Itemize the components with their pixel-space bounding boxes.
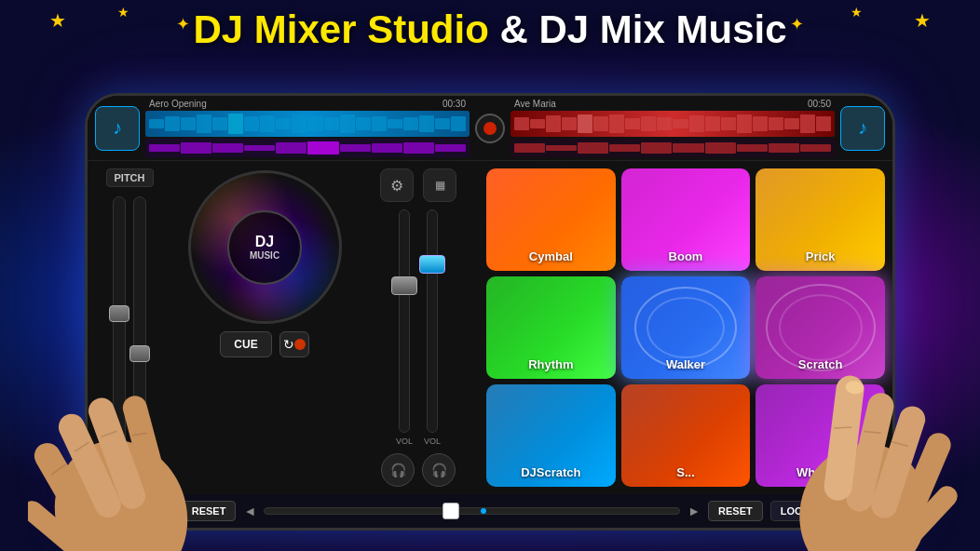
pad-boom-label: Boom [669, 249, 703, 263]
settings-button[interactable]: ⚙ [380, 168, 414, 202]
phone-device: ♪ Aero Opening 00:30 [85, 93, 895, 531]
waveform-visual-right[interactable] [510, 111, 835, 137]
music-icon-left: ♪ [113, 117, 122, 139]
fx-button[interactable]: FX [139, 500, 173, 522]
vol-label-right: VOL [424, 437, 441, 446]
pitch-slider-right[interactable] [133, 196, 146, 467]
music-icon-right: ♪ [858, 117, 867, 139]
headphone-left-button[interactable]: 🎧 [381, 453, 415, 487]
reset-button-right[interactable]: RESET [708, 501, 763, 521]
headphone-right-button[interactable]: 🎧 [422, 453, 456, 487]
turntable-center: DJ MUSIC [227, 210, 302, 285]
page-title: DJ Mixer Studio & DJ Mix Music [0, 7, 980, 52]
pad-djscratch[interactable]: DJScratch [486, 384, 616, 487]
turntable[interactable]: DJ MUSIC [188, 170, 342, 324]
headphone-left-icon: 🎧 [390, 463, 406, 477]
fader-left-thumb [391, 276, 417, 295]
pad-boom[interactable]: Boom [621, 168, 751, 271]
pad-whoosh[interactable]: Whoosh [755, 384, 885, 487]
add-track-right-button[interactable]: ♪ [840, 106, 885, 151]
add-track-left-button[interactable]: ♪ [95, 106, 140, 151]
loop-button[interactable]: ↻ [279, 331, 309, 357]
waveform-right-section: Ave Maria 00:50 [510, 99, 835, 157]
grid-icon: ▦ [435, 179, 445, 192]
track-info-left: Aero Opening 00:30 [145, 99, 470, 109]
cue-button[interactable]: CUE [220, 331, 271, 357]
turntable-music-text: MUSIC [250, 250, 279, 261]
crossfader-indicator [481, 508, 486, 514]
record-dot [483, 122, 497, 135]
waveform-bars-left [145, 111, 470, 137]
waveform-bars-left-2 [145, 139, 470, 157]
tempo-label: EMPO [116, 477, 143, 487]
pad-cymbal-label: Cymbal [529, 249, 573, 263]
pitch-slider-thumb-right [129, 345, 150, 362]
pad-rhythm[interactable]: Rhythm [486, 276, 616, 379]
pitch-slider-thumb-left [109, 305, 129, 322]
track-name-left: Aero Opening [149, 99, 207, 109]
ripple-scratch-1 [766, 284, 876, 371]
fader-right[interactable] [427, 209, 438, 433]
cues-button[interactable]: CUES [827, 500, 885, 523]
pad-prick[interactable]: Prick [755, 168, 885, 271]
fader-right-thumb [419, 255, 445, 274]
pitch-slider-left[interactable] [113, 196, 126, 467]
right-pads: Cymbal Boom Prick Rhythm Walker [479, 161, 892, 494]
pad-djscratch-label: DJScratch [521, 465, 580, 479]
track-name-right: Ave Maria [514, 99, 556, 109]
track-info-right: Ave Maria 00:50 [510, 99, 835, 109]
waveform-visual-right-2 [510, 139, 835, 157]
pad-scratch-label: Scratch [798, 357, 843, 371]
fader-left[interactable] [399, 209, 410, 433]
record-button[interactable] [475, 114, 505, 143]
turntable-dj-text: DJ [255, 234, 274, 250]
pad-walker-label: Walker [666, 357, 705, 371]
pad-s-label: S... [676, 465, 695, 479]
waveform-visual-left[interactable] [145, 111, 470, 137]
crossfader-arrow-left: ◄ [243, 504, 256, 518]
crossfader-thumb [442, 503, 459, 519]
waveform-bars-right-2 [510, 139, 835, 157]
title-part1: DJ Mixer Studio [193, 7, 488, 51]
waveform-left-section: Aero Opening 00:30 [145, 99, 470, 157]
title-part2: & DJ Mix Music [499, 7, 786, 51]
reset-button-left[interactable]: RESET [182, 501, 237, 521]
ripple-1 [634, 287, 738, 369]
dj-interface: ♪ Aero Opening 00:30 [88, 96, 892, 528]
vol-label-left: VOL [396, 437, 413, 446]
time-left: 00:30 [442, 99, 466, 109]
settings-icon: ⚙ [390, 177, 403, 195]
turntable-section: DJ MUSIC CUE ↻ [171, 161, 358, 494]
pitch-sliders [113, 193, 146, 471]
fader-left-col: VOL [396, 209, 413, 446]
grid-button[interactable]: ▦ [423, 168, 456, 202]
waveform-bar: ♪ Aero Opening 00:30 [88, 96, 892, 161]
waveform-visual-left-2 [145, 139, 470, 157]
pads-grid: Cymbal Boom Prick Rhythm Walker [486, 168, 885, 487]
pad-s[interactable]: S... [621, 384, 751, 487]
pad-prick-label: Prick [806, 249, 836, 263]
ripple-scratch-2 [779, 294, 863, 361]
pad-walker[interactable]: Walker [621, 276, 751, 379]
main-area: PITCH EMPO DJ MUSIC [88, 161, 892, 494]
left-controls: PITCH EMPO [88, 161, 171, 494]
center-mixer: ⚙ ▦ VOL [358, 161, 479, 494]
faders-area: VOL VOL [396, 209, 441, 446]
loop-button[interactable]: LOOP [770, 501, 820, 521]
pad-whoosh-label: Whoosh [796, 465, 844, 479]
crossfader-arrow-right: ► [687, 504, 701, 518]
pad-rhythm-label: Rhythm [528, 357, 573, 371]
headphone-right-icon: 🎧 [431, 463, 447, 477]
pad-cymbal[interactable]: Cymbal [486, 168, 616, 271]
turntable-bottom-controls: CUE ↻ [220, 331, 308, 357]
crossfader[interactable] [264, 507, 680, 515]
mixer-icons: ⚙ ▦ [380, 168, 456, 202]
loop-record-dot [294, 339, 306, 350]
eq-button[interactable]: EQ [95, 500, 131, 522]
pitch-label: PITCH [106, 168, 154, 187]
ripple-2 [647, 297, 724, 358]
pad-scratch[interactable]: Scratch [755, 276, 885, 379]
waveform-bars-right [510, 111, 835, 137]
loop-arrow-icon: ↻ [283, 337, 294, 352]
bottom-bar: EQ FX RESET ◄ ► RESET LOOP CUES [88, 494, 892, 528]
